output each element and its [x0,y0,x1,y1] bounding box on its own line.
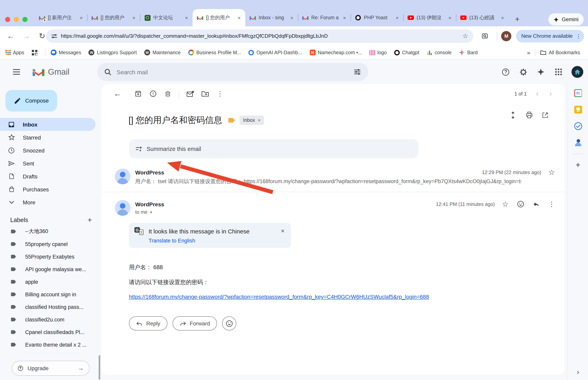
tab-2[interactable]: [] 您的用户 × [87,9,140,26]
more-options-icon[interactable]: ⋮ [213,86,228,101]
remove-label-icon[interactable]: × [258,117,261,123]
upgrade-button[interactable]: Upgrade → [12,361,90,376]
sender-avatar[interactable] [115,169,131,185]
label-item-evanto-theme[interactable]: Evanto theme detail x 2 ... [0,338,101,351]
new-tab-button[interactable]: + [512,14,522,24]
label-item-api-google-malaysia[interactable]: API google malaysia we... [0,263,101,275]
address-bar[interactable]: https://mail.google.com/mail/u/3/?dispat… [46,29,473,43]
get-addons-button[interactable]: + [568,157,588,173]
forward-icon[interactable]: → [21,32,31,40]
sidebar-item-purchases[interactable]: Purchases [0,183,95,196]
sidebar-item-starred[interactable]: Starred [0,131,95,144]
browser-profile-avatar[interactable]: M [501,31,511,41]
bookmark-business-profile[interactable]: Business Profile M... [188,50,241,56]
search-bar[interactable] [97,63,368,81]
url-text[interactable]: https://mail.google.com/mail/u/3/?dispat… [61,33,459,39]
older-email-icon[interactable]: › [544,89,557,98]
bookmark-chatgpt[interactable]: Chatgpt [394,50,419,55]
tab-close-icon[interactable]: × [447,15,453,21]
bookmark-listingpro[interactable]: W Listingpro Support [89,50,137,56]
newer-email-icon[interactable]: ‹ [531,89,544,98]
archive-icon[interactable] [131,86,145,101]
sidebar-item-sent[interactable]: Sent [0,157,95,170]
label-item-classified-hosting[interactable]: classified Hosting pass... [0,301,101,313]
emoji-reaction-icon[interactable] [517,201,524,208]
recipient-details-chevron-icon[interactable]: ▼ [150,211,153,214]
label-item-classified2u[interactable]: classified2u.com [0,313,101,326]
sidebar-scrollbar[interactable] [99,355,100,380]
sidebar-item-inbox[interactable]: Inbox [0,118,95,131]
message-collapsed[interactable]: WordPress 12:29 PM (22 minutes ago) ☆ 用户… [101,169,564,192]
tab-close-icon[interactable]: × [341,15,347,21]
print-icon[interactable] [522,108,536,123]
sidebar-item-snoozed[interactable]: Snoozed [0,144,95,157]
summarize-email-button[interactable]: Summarize this email [129,139,418,159]
tab-close-icon[interactable]: × [184,15,190,21]
bookmark-maintenance[interactable]: W Maintenance [144,50,181,56]
site-settings-icon[interactable] [51,33,57,39]
label-item-55property-exabytes[interactable]: 55Property Exabytes [0,250,101,263]
search-input[interactable] [116,68,349,76]
recipient-row[interactable]: to me ▼ [135,210,564,215]
tab-close-icon[interactable]: × [78,15,84,21]
forward-button[interactable]: Forward [172,317,217,331]
bookmark-grid-shortcut[interactable] [32,50,37,55]
settings-gear-icon[interactable] [515,64,531,80]
tab-close-icon[interactable]: × [500,15,505,21]
create-label-icon[interactable]: + [88,216,92,224]
minimize-window-button[interactable] [14,17,19,22]
bookmark-bard[interactable]: Bard [459,50,478,56]
reload-icon[interactable]: ↻ [37,31,47,40]
tab-close-icon[interactable]: × [236,15,242,21]
search-icon[interactable] [100,64,116,80]
bookmark-messages[interactable]: Messages [51,50,81,56]
mark-unread-icon[interactable] [183,86,198,101]
gmail-logo[interactable]: Gmail [33,67,70,77]
search-tabs-icon[interactable] [477,28,493,44]
google-apps-grid-icon[interactable] [551,64,566,80]
close-banner-icon[interactable]: × [281,228,285,235]
tab-5[interactable]: Inbox - sing × [245,9,298,26]
label-item-apple[interactable]: apple [0,275,101,288]
star-message-icon[interactable]: ☆ [502,201,509,208]
calendar-button[interactable]: 31 [568,85,588,101]
reply-icon[interactable] [532,201,540,208]
help-icon[interactable] [498,64,513,80]
bookmarks-overflow-button[interactable]: » [527,49,531,56]
tab-3[interactable]: 中文论坛 × [140,9,193,26]
report-spam-icon[interactable] [145,86,160,101]
label-item-billing-account[interactable]: Billing account sign in [0,288,101,301]
zoom-window-button[interactable] [22,17,28,22]
star-message-icon[interactable]: ☆ [548,169,555,176]
gemini-sparkle-icon[interactable] [533,64,549,80]
delete-icon[interactable] [160,86,175,101]
label-item-dadi360[interactable]: --大地360 [0,225,101,238]
chrome-update-button[interactable]: New Chrome available ⋮ [516,30,584,42]
tab-6[interactable]: Re: Forum a × [298,9,351,26]
expand-all-icon[interactable] [505,108,520,123]
move-to-icon[interactable] [198,86,213,101]
translate-to-english-link[interactable]: Translate to English [149,238,285,244]
password-reset-link[interactable]: https://168forum.my/change-password/?wpf… [129,294,429,300]
tasks-button[interactable] [568,118,588,134]
account-avatar[interactable] [571,66,583,78]
compose-button[interactable]: Compose [5,90,57,111]
inbox-label-chip[interactable]: Inbox × [240,115,264,125]
bookmark-logo[interactable]: logo [370,50,387,55]
all-bookmarks-button[interactable]: All Bookmarks [540,50,580,55]
bookmark-namecheap[interactable]: N Namecheap.com •... [309,50,362,56]
gemini-button[interactable]: Gemini [548,13,584,26]
search-options-icon[interactable] [349,64,365,80]
label-item-cpanel-classifiedads[interactable]: Cpanel classifiedads Pl... [0,326,101,338]
bookmark-console[interactable]: console [427,50,451,55]
keep-button[interactable] [568,101,588,118]
tab-close-icon[interactable]: × [394,15,400,21]
sender-avatar[interactable] [115,200,131,216]
tab-4-active[interactable]: [] 您的用户 × [193,9,245,26]
open-in-new-icon[interactable] [538,108,553,123]
tab-8[interactable]: (13) 伊朗沒 × [403,9,456,26]
main-menu-icon[interactable] [9,64,24,80]
tab-1[interactable]: 0 [] 新用户注 × [35,9,87,26]
tab-close-icon[interactable]: × [289,15,295,21]
show-side-panel-icon[interactable]: › [568,368,588,377]
